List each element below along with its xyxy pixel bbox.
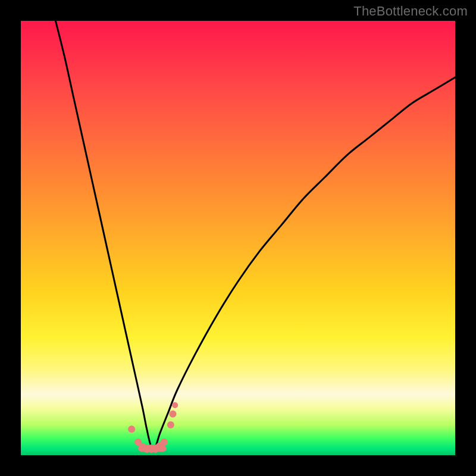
highlight-dot — [170, 411, 177, 418]
highlight-markers — [128, 402, 178, 453]
chart-frame: TheBottleneck.com — [0, 0, 476, 476]
highlight-dot — [128, 425, 135, 433]
watermark-text: TheBottleneck.com — [353, 4, 468, 19]
plot-area — [21, 21, 455, 455]
markers-layer — [21, 21, 455, 455]
highlight-dot — [172, 402, 178, 408]
highlight-dot — [161, 439, 168, 446]
highlight-dot — [167, 421, 174, 428]
